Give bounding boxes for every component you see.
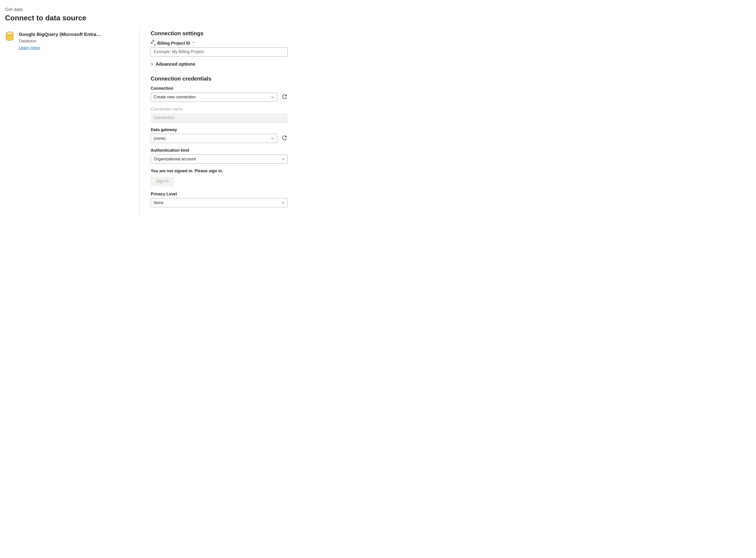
chevron-down-icon xyxy=(282,157,285,160)
learn-more-link[interactable]: Learn more xyxy=(19,45,40,51)
billing-project-id-label-text: Billing Project ID xyxy=(157,41,190,46)
data-source-name: Google BigQuery (Microsoft Entra… xyxy=(19,31,101,37)
refresh-icon xyxy=(282,136,287,141)
authentication-kind-select[interactable]: Organizational account xyxy=(151,154,288,163)
data-source-category: Database xyxy=(19,38,101,44)
text-type-icon: ABC xyxy=(151,41,156,45)
billing-project-id-label: ABC Billing Project ID * xyxy=(151,41,288,46)
chevron-down-icon xyxy=(271,137,274,140)
connection-select-value: Create new connection xyxy=(154,94,269,100)
database-icon xyxy=(5,31,14,41)
required-marker: * xyxy=(192,41,194,46)
connection-name-input xyxy=(151,113,288,122)
breadcrumb: Get data xyxy=(5,6,288,12)
refresh-connection-button[interactable] xyxy=(281,94,288,100)
data-gateway-label: Data gateway xyxy=(151,127,288,132)
chevron-down-icon xyxy=(271,96,274,99)
signin-status-text: You are not signed in. Please sign in. xyxy=(151,168,288,174)
privacy-level-label: Privacy Level xyxy=(151,191,288,197)
authentication-kind-select-value: Organizational account xyxy=(154,156,280,162)
privacy-level-select-value: None xyxy=(154,200,280,205)
authentication-kind-label: Authentication kind xyxy=(151,148,288,153)
connection-name-label: Connection name xyxy=(151,106,288,112)
data-gateway-select-value: (none) xyxy=(154,136,269,141)
vertical-divider xyxy=(139,29,140,217)
connection-select[interactable]: Create new connection xyxy=(151,93,277,102)
refresh-icon xyxy=(282,95,287,100)
sign-in-button[interactable]: Sign in xyxy=(151,177,174,186)
billing-project-id-input[interactable] xyxy=(151,47,288,56)
page-title: Connect to data source xyxy=(5,13,288,23)
refresh-gateway-button[interactable] xyxy=(281,135,288,142)
chevron-right-icon: > xyxy=(151,61,153,67)
connection-settings-heading: Connection settings xyxy=(151,30,288,37)
svg-point-1 xyxy=(6,32,13,35)
connection-credentials-heading: Connection credentials xyxy=(151,75,288,82)
advanced-options-label: Advanced options xyxy=(156,61,195,67)
privacy-level-select[interactable]: None xyxy=(151,198,288,207)
chevron-down-icon xyxy=(282,201,285,204)
connection-label: Connection xyxy=(151,85,288,91)
data-gateway-select[interactable]: (none) xyxy=(151,134,277,143)
advanced-options-toggle[interactable]: > Advanced options xyxy=(151,61,288,67)
